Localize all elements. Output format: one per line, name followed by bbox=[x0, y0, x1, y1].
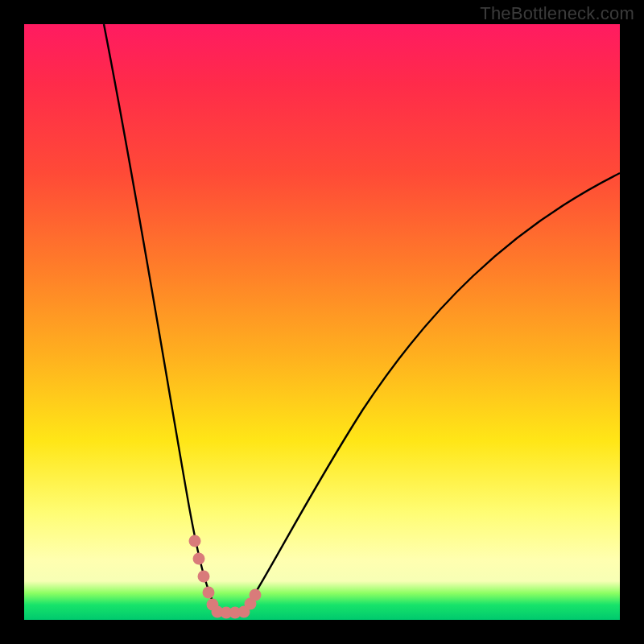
chart-frame: TheBottleneck.com bbox=[0, 0, 644, 644]
marker-dot bbox=[193, 553, 205, 565]
watermark-text: TheBottleneck.com bbox=[480, 3, 634, 24]
curve-left-branch bbox=[104, 24, 217, 612]
marker-dot bbox=[189, 535, 201, 547]
plot-area bbox=[24, 24, 620, 620]
marker-dot bbox=[198, 571, 210, 583]
curve-right-branch bbox=[243, 173, 620, 613]
marker-dot bbox=[203, 587, 215, 599]
highlighted-points bbox=[189, 535, 262, 619]
bottleneck-curve bbox=[104, 24, 620, 613]
marker-dot bbox=[250, 589, 262, 601]
curve-layer bbox=[24, 24, 620, 620]
